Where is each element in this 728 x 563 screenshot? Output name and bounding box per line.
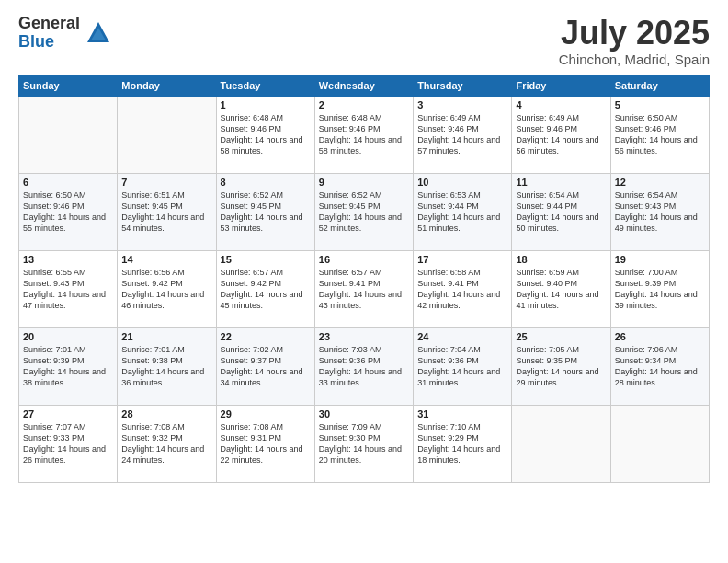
day-number: 13 bbox=[23, 254, 113, 265]
day-info: Daylight: 14 hours and 34 minutes. bbox=[221, 366, 311, 388]
day-number: 2 bbox=[319, 99, 409, 110]
day-info: Sunset: 9:31 PM bbox=[221, 432, 311, 443]
day-number: 21 bbox=[121, 331, 211, 342]
day-number: 10 bbox=[417, 177, 507, 188]
day-info: Daylight: 14 hours and 56 minutes. bbox=[516, 134, 606, 156]
calendar-cell: 14Sunrise: 6:56 AMSunset: 9:42 PMDayligh… bbox=[118, 250, 216, 327]
day-number: 30 bbox=[319, 408, 409, 419]
calendar-cell: 3Sunrise: 6:49 AMSunset: 9:46 PMDaylight… bbox=[414, 96, 512, 173]
day-info: Sunset: 9:29 PM bbox=[417, 432, 507, 443]
day-info: Sunrise: 6:54 AM bbox=[615, 190, 705, 201]
day-info: Sunset: 9:30 PM bbox=[319, 432, 409, 443]
day-info: Daylight: 14 hours and 57 minutes. bbox=[417, 134, 507, 156]
day-info: Sunset: 9:40 PM bbox=[516, 278, 606, 289]
day-number: 8 bbox=[221, 177, 311, 188]
day-info: Sunset: 9:34 PM bbox=[615, 355, 705, 366]
day-info: Daylight: 14 hours and 39 minutes. bbox=[615, 289, 705, 311]
day-number: 27 bbox=[23, 408, 113, 419]
day-info: Sunrise: 6:50 AM bbox=[23, 190, 113, 201]
day-info: Daylight: 14 hours and 53 minutes. bbox=[221, 212, 311, 234]
day-info: Sunrise: 6:56 AM bbox=[121, 267, 211, 278]
day-info: Sunset: 9:45 PM bbox=[319, 201, 409, 212]
calendar-cell: 9Sunrise: 6:52 AMSunset: 9:45 PMDaylight… bbox=[314, 173, 413, 250]
day-number: 28 bbox=[121, 408, 211, 419]
day-info: Sunset: 9:41 PM bbox=[319, 278, 409, 289]
day-number: 9 bbox=[319, 177, 409, 188]
day-info: Sunset: 9:39 PM bbox=[23, 355, 113, 366]
day-info: Sunset: 9:36 PM bbox=[417, 355, 507, 366]
calendar-cell: 26Sunrise: 7:06 AMSunset: 9:34 PMDayligh… bbox=[610, 327, 709, 405]
logo-blue: Blue bbox=[18, 33, 80, 52]
calendar-cell: 20Sunrise: 7:01 AMSunset: 9:39 PMDayligh… bbox=[19, 327, 118, 405]
day-info: Sunrise: 6:52 AM bbox=[319, 190, 409, 201]
day-info: Sunrise: 6:55 AM bbox=[23, 267, 113, 278]
col-friday: Friday bbox=[512, 75, 610, 96]
logo: General Blue bbox=[18, 15, 111, 52]
calendar-title: July 2025 bbox=[559, 15, 710, 52]
day-number: 19 bbox=[615, 254, 705, 265]
day-info: Sunrise: 6:52 AM bbox=[221, 190, 311, 201]
logo-icon bbox=[85, 20, 111, 46]
day-info: Sunrise: 6:58 AM bbox=[417, 267, 507, 278]
day-info: Sunrise: 7:02 AM bbox=[221, 344, 311, 355]
day-info: Sunrise: 7:01 AM bbox=[23, 344, 113, 355]
header-row: Sunday Monday Tuesday Wednesday Thursday… bbox=[19, 75, 710, 96]
day-info: Daylight: 14 hours and 28 minutes. bbox=[615, 366, 705, 388]
day-number: 1 bbox=[221, 99, 311, 110]
day-info: Daylight: 14 hours and 52 minutes. bbox=[319, 212, 409, 234]
day-info: Sunrise: 7:08 AM bbox=[121, 421, 211, 432]
day-info: Daylight: 14 hours and 31 minutes. bbox=[417, 366, 507, 388]
calendar-cell: 12Sunrise: 6:54 AMSunset: 9:43 PMDayligh… bbox=[610, 173, 709, 250]
calendar-cell: 5Sunrise: 6:50 AMSunset: 9:46 PMDaylight… bbox=[610, 96, 709, 173]
day-info: Daylight: 14 hours and 47 minutes. bbox=[23, 289, 113, 311]
day-info: Daylight: 14 hours and 56 minutes. bbox=[615, 134, 705, 156]
day-number: 22 bbox=[221, 331, 311, 342]
calendar-cell: 11Sunrise: 6:54 AMSunset: 9:44 PMDayligh… bbox=[512, 173, 610, 250]
day-info: Sunrise: 7:08 AM bbox=[221, 421, 311, 432]
calendar-table: Sunday Monday Tuesday Wednesday Thursday… bbox=[18, 75, 710, 483]
col-monday: Monday bbox=[118, 75, 216, 96]
col-wednesday: Wednesday bbox=[314, 75, 413, 96]
col-tuesday: Tuesday bbox=[216, 75, 314, 96]
calendar-cell: 16Sunrise: 6:57 AMSunset: 9:41 PMDayligh… bbox=[314, 250, 413, 327]
day-info: Sunset: 9:41 PM bbox=[417, 278, 507, 289]
day-number: 6 bbox=[23, 177, 113, 188]
day-info: Sunrise: 7:00 AM bbox=[615, 267, 705, 278]
calendar-cell bbox=[610, 405, 709, 482]
day-number: 7 bbox=[121, 177, 211, 188]
calendar-cell: 29Sunrise: 7:08 AMSunset: 9:31 PMDayligh… bbox=[216, 405, 314, 482]
day-info: Sunset: 9:36 PM bbox=[319, 355, 409, 366]
day-info: Sunset: 9:46 PM bbox=[319, 123, 409, 134]
day-info: Sunset: 9:43 PM bbox=[615, 201, 705, 212]
day-number: 23 bbox=[319, 331, 409, 342]
day-info: Sunrise: 7:04 AM bbox=[417, 344, 507, 355]
day-info: Daylight: 14 hours and 49 minutes. bbox=[615, 212, 705, 234]
calendar-cell: 15Sunrise: 6:57 AMSunset: 9:42 PMDayligh… bbox=[216, 250, 314, 327]
day-number: 29 bbox=[221, 408, 311, 419]
day-number: 15 bbox=[221, 254, 311, 265]
day-info: Daylight: 14 hours and 51 minutes. bbox=[417, 212, 507, 234]
calendar-week-3: 13Sunrise: 6:55 AMSunset: 9:43 PMDayligh… bbox=[19, 250, 710, 327]
day-info: Daylight: 14 hours and 24 minutes. bbox=[121, 443, 211, 465]
day-number: 3 bbox=[417, 99, 507, 110]
calendar-cell: 7Sunrise: 6:51 AMSunset: 9:45 PMDaylight… bbox=[118, 173, 216, 250]
day-info: Daylight: 14 hours and 43 minutes. bbox=[319, 289, 409, 311]
calendar-cell: 28Sunrise: 7:08 AMSunset: 9:32 PMDayligh… bbox=[118, 405, 216, 482]
day-info: Daylight: 14 hours and 33 minutes. bbox=[319, 366, 409, 388]
calendar-week-1: 1Sunrise: 6:48 AMSunset: 9:46 PMDaylight… bbox=[19, 96, 710, 173]
calendar-cell: 23Sunrise: 7:03 AMSunset: 9:36 PMDayligh… bbox=[314, 327, 413, 405]
calendar-week-5: 27Sunrise: 7:07 AMSunset: 9:33 PMDayligh… bbox=[19, 405, 710, 482]
calendar-cell: 22Sunrise: 7:02 AMSunset: 9:37 PMDayligh… bbox=[216, 327, 314, 405]
day-info: Daylight: 14 hours and 41 minutes. bbox=[516, 289, 606, 311]
col-saturday: Saturday bbox=[610, 75, 709, 96]
calendar-cell bbox=[118, 96, 216, 173]
col-thursday: Thursday bbox=[414, 75, 512, 96]
day-info: Daylight: 14 hours and 42 minutes. bbox=[417, 289, 507, 311]
day-number: 18 bbox=[516, 254, 606, 265]
day-number: 17 bbox=[417, 254, 507, 265]
calendar-cell bbox=[19, 96, 118, 173]
calendar-cell: 10Sunrise: 6:53 AMSunset: 9:44 PMDayligh… bbox=[414, 173, 512, 250]
day-info: Sunset: 9:46 PM bbox=[221, 123, 311, 134]
day-info: Sunset: 9:46 PM bbox=[417, 123, 507, 134]
calendar-cell: 13Sunrise: 6:55 AMSunset: 9:43 PMDayligh… bbox=[19, 250, 118, 327]
